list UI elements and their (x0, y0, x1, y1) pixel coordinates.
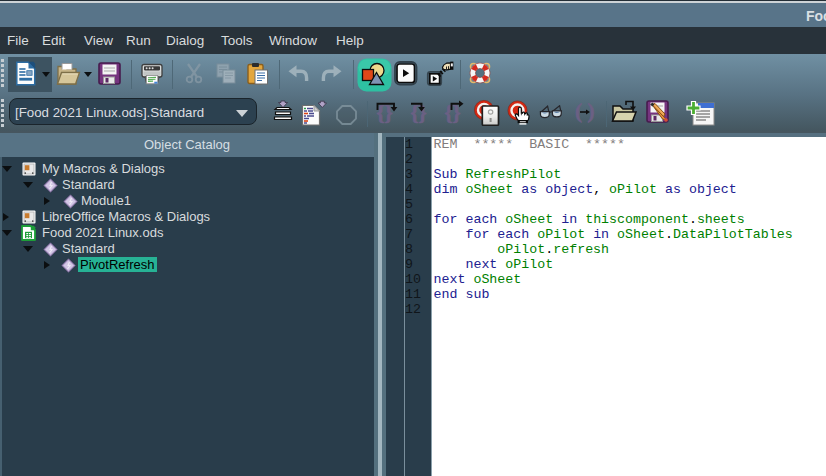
svg-text:{}: {} (377, 102, 393, 124)
svg-text:{}: {} (411, 102, 427, 124)
svg-text:{}: {} (445, 102, 461, 124)
